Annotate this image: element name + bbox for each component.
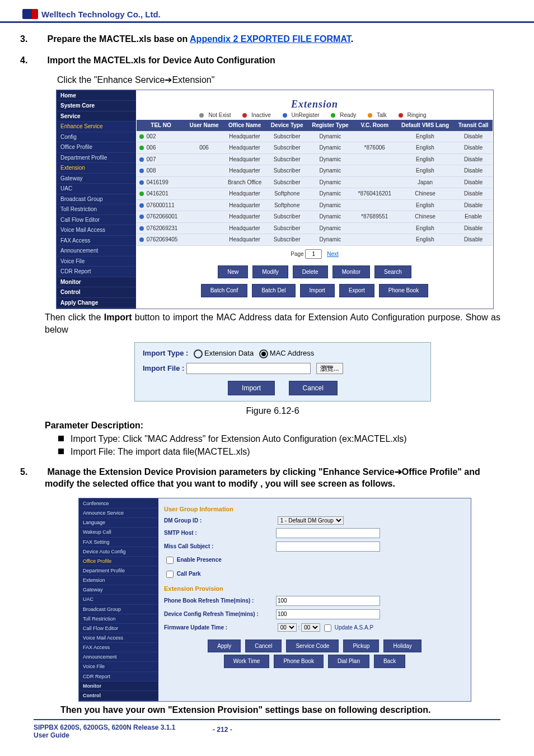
- next-link[interactable]: Next: [327, 251, 339, 257]
- table-row[interactable]: 0762069231HeadquarterSubscriberDynamicEn…: [137, 222, 493, 234]
- sidebar-monitor[interactable]: Monitor: [57, 277, 135, 288]
- sidebar-item[interactable]: FAX Setting: [79, 538, 158, 547]
- sidebar-item[interactable]: Announce Service: [79, 508, 158, 518]
- sidebar-item[interactable]: Call Flow Editor: [79, 624, 158, 633]
- sidebar-item[interactable]: Broadcast Group: [57, 194, 135, 205]
- sidebar-item[interactable]: Toll Restriction: [57, 204, 135, 215]
- enable-presence-check[interactable]: [166, 557, 174, 564]
- sidebar-control[interactable]: Control: [57, 287, 135, 298]
- cancel-button[interactable]: Cancel: [289, 381, 338, 395]
- import-dialog: Import Type : Extension Data MAC Address…: [134, 342, 431, 402]
- sidebar-item[interactable]: UAC: [79, 595, 158, 604]
- modify-button[interactable]: Modify: [252, 265, 288, 279]
- monitor-button[interactable]: Monitor: [332, 265, 370, 279]
- apply-button[interactable]: Apply: [208, 640, 241, 653]
- sidebar-item[interactable]: Language: [79, 518, 158, 528]
- smtp-input[interactable]: [276, 528, 380, 538]
- sidebar-item[interactable]: Voice Mail Access: [57, 225, 135, 236]
- table-row[interactable]: 0416201HeadquarterSoftphoneDynamic*87604…: [137, 188, 493, 200]
- param-list: Import Type: Click "MAC Address" for Ext…: [57, 433, 500, 458]
- export-button[interactable]: Export: [339, 284, 374, 297]
- fw-hour-select[interactable]: 00: [278, 623, 297, 632]
- fw-min-select[interactable]: 00: [301, 623, 320, 632]
- import-button[interactable]: Import: [228, 381, 275, 395]
- sidebar-system-core[interactable]: System Core: [57, 101, 135, 111]
- sidebar-apply[interactable]: Apply Change: [57, 298, 135, 309]
- sidebar-item[interactable]: Extension: [79, 576, 158, 585]
- sidebar-item[interactable]: CDR Report: [57, 267, 135, 277]
- delete-button[interactable]: Delete: [293, 265, 328, 279]
- cancel-button[interactable]: Cancel: [245, 640, 282, 653]
- phone-book-button[interactable]: Phone Book: [274, 655, 324, 668]
- page-input[interactable]: [305, 249, 322, 259]
- sidebar-item[interactable]: Device Auto Config: [79, 547, 158, 557]
- sidebar-item[interactable]: Toll Restriction: [79, 614, 158, 624]
- sidebar-service[interactable]: Service: [57, 111, 135, 122]
- sidebar-item[interactable]: Voice Mail Access: [79, 633, 158, 643]
- sidebar-item[interactable]: FAX Access: [79, 643, 158, 652]
- sidebar-item[interactable]: Conference: [79, 499, 158, 508]
- sidebar-item[interactable]: Gateway: [57, 174, 135, 184]
- dial-plan-button[interactable]: Dial Plan: [328, 655, 369, 668]
- sidebar-item[interactable]: Office Profile: [79, 557, 158, 566]
- table-row[interactable]: 0416199Branch OfficeSubscriberDynamicJap…: [137, 176, 493, 188]
- phone-book-button[interactable]: Phone Book: [379, 284, 429, 297]
- appendix-link[interactable]: Appendix 2 EXPORTED FILE FORMAT: [190, 34, 351, 44]
- table-row[interactable]: 006006HeadquarterSubscriberDynamic*87600…: [137, 142, 493, 154]
- call-park-check[interactable]: [166, 571, 174, 578]
- browse-button[interactable]: 瀏覽...: [316, 363, 343, 374]
- sidebar-item[interactable]: UAC: [57, 184, 135, 194]
- table-row[interactable]: 002HeadquarterSubscriberDynamicEnglishDi…: [137, 131, 493, 142]
- sidebar-item[interactable]: Wakeup Call: [79, 528, 158, 537]
- back-button[interactable]: Back: [374, 655, 405, 668]
- sidebar-home[interactable]: Home: [57, 91, 135, 101]
- sidebar-item[interactable]: CDR Report: [79, 672, 158, 682]
- miss-call-input[interactable]: [276, 542, 380, 552]
- sidebar-item[interactable]: Voice File: [57, 256, 135, 267]
- sidebar-item[interactable]: Voice File: [79, 662, 158, 671]
- dm-group-select[interactable]: 1 - Default DM Group: [278, 516, 344, 525]
- screenshot-extension-list: Home System Core Service Enhance Service…: [56, 90, 494, 310]
- screenshot-office-profile: ConferenceAnnounce ServiceLanguageWakeup…: [78, 498, 471, 702]
- batch-conf-button[interactable]: Batch Conf: [201, 284, 247, 297]
- service-code-button[interactable]: Service Code: [286, 640, 339, 653]
- sidebar-item[interactable]: Control: [79, 691, 158, 701]
- import-button[interactable]: Import: [300, 284, 335, 297]
- sidebar-enhance[interactable]: Enhance Service: [57, 122, 135, 132]
- sidebar-item[interactable]: Announcement: [79, 652, 158, 662]
- batch-del-button[interactable]: Batch Del: [252, 284, 295, 297]
- sidebar-item[interactable]: Department Profile: [79, 566, 158, 576]
- table-row[interactable]: 007HeadquarterSubscriberDynamicEnglishDi…: [137, 153, 493, 165]
- new-button[interactable]: New: [218, 265, 248, 279]
- work-time-button[interactable]: Work Time: [224, 655, 270, 668]
- after-shot1-text: Then click the Import button to import t…: [45, 311, 500, 335]
- radio-mac-address[interactable]: [259, 349, 268, 358]
- list-item: Import File: The import data file(MACTEL…: [57, 446, 500, 458]
- radio-extension-data[interactable]: [194, 349, 203, 358]
- after-shot2-text: Then you have your own "Extension Provis…: [45, 704, 500, 716]
- sidebar-item[interactable]: Config: [57, 132, 135, 143]
- holiday-button[interactable]: Holiday: [383, 640, 421, 653]
- sidebar-item[interactable]: Extension: [57, 163, 135, 174]
- dc-refresh-input[interactable]: [276, 609, 380, 619]
- sidebar-item[interactable]: Monitor: [79, 682, 158, 691]
- search-button[interactable]: Search: [374, 265, 411, 279]
- table-row[interactable]: 076000111HeadquarterSoftphoneDynamicEngl…: [137, 199, 493, 211]
- sidebar-item[interactable]: Broadcast Group: [79, 605, 158, 614]
- pickup-button[interactable]: Pickup: [343, 640, 379, 653]
- pb-refresh-input[interactable]: [276, 596, 380, 606]
- sidebar-item[interactable]: Gateway: [79, 585, 158, 595]
- figure-caption: Figure 6.12-6: [45, 405, 500, 417]
- sidebar-item[interactable]: Announcement: [57, 246, 135, 256]
- sidebar-item[interactable]: FAX Access: [57, 236, 135, 246]
- table-row[interactable]: 0762069405HeadquarterSubscriberDynamicEn…: [137, 234, 493, 246]
- table-row[interactable]: 008HeadquarterSubscriberDynamicEnglishDi…: [137, 165, 493, 177]
- sidebar-item[interactable]: Department Profile: [57, 153, 135, 164]
- col-header: Device Type: [266, 120, 307, 131]
- update-asap-check[interactable]: [324, 624, 331, 632]
- page-header: Welltech Technology Co., Ltd.: [0, 0, 534, 23]
- import-file-input[interactable]: [186, 363, 311, 374]
- sidebar-item[interactable]: Office Profile: [57, 142, 135, 153]
- table-row[interactable]: 0762066001HeadquarterSubscriberDynamic*8…: [137, 211, 493, 223]
- sidebar-item[interactable]: Call Flow Editor: [57, 215, 135, 226]
